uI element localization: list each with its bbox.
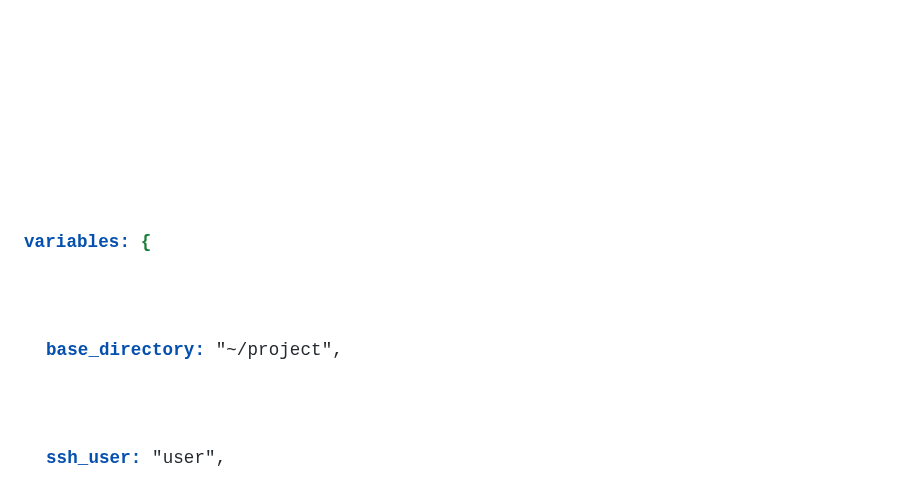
key-base-directory: base_directory: [46, 340, 194, 360]
line-ssh-user: ssh_user: "user",: [24, 441, 914, 477]
colon: :: [194, 340, 205, 360]
key-variables: variables: [24, 232, 119, 252]
colon: :: [119, 232, 130, 252]
line-base-directory: base_directory: "~/project",: [24, 333, 914, 369]
colon: :: [131, 448, 142, 468]
code-block: variables: { base_directory: "~/project"…: [24, 154, 914, 503]
line-variables: variables: {: [24, 225, 914, 261]
open-brace: {: [141, 232, 152, 252]
key-ssh-user: ssh_user: [46, 448, 131, 468]
value-base-directory: "~/project": [216, 340, 333, 360]
comma: ,: [216, 448, 227, 468]
comma: ,: [332, 340, 343, 360]
value-ssh-user: "user": [152, 448, 216, 468]
